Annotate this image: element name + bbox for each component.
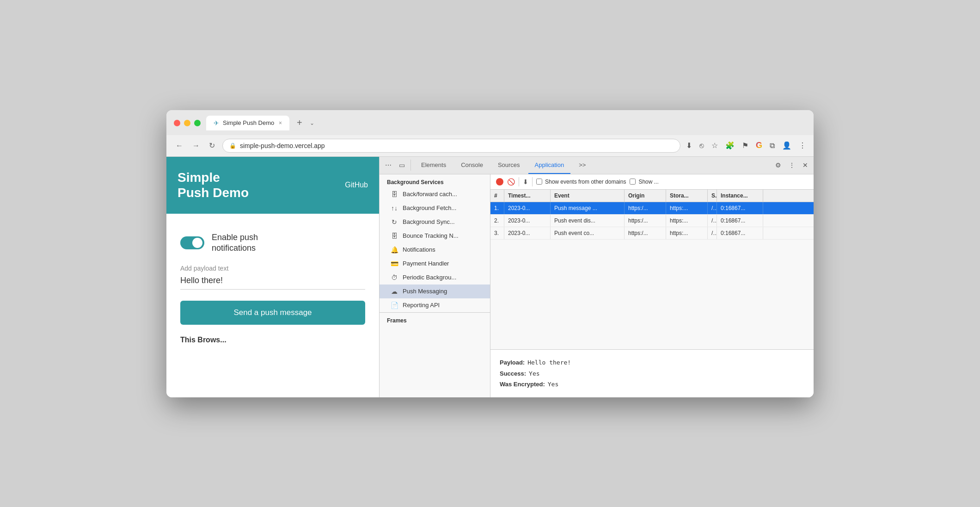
- table-row[interactable]: 3. 2023-0... Push event co... https:/...…: [490, 227, 814, 240]
- devtools-menu-icon[interactable]: ⋮: [787, 160, 797, 171]
- sidebar-item-background-fetch[interactable]: ↑↓ Background Fetch...: [380, 201, 490, 215]
- share-icon[interactable]: ⎋: [699, 142, 704, 150]
- periodic-background-icon: ⏱: [391, 274, 398, 281]
- sidebar-item-label-bounce-tracking: Bounce Tracking N...: [403, 232, 459, 239]
- header-storage: Stora...: [666, 190, 708, 202]
- clear-button[interactable]: 🚫: [507, 178, 515, 185]
- bookmark-icon[interactable]: ☆: [711, 141, 718, 150]
- tabs-row: ✈ Simple Push Demo × + ⌄: [206, 116, 314, 130]
- show-other-checkbox[interactable]: [630, 179, 636, 185]
- tab-more[interactable]: >>: [572, 157, 592, 174]
- header-timestamp: Timest...: [504, 190, 551, 202]
- extensions-icon[interactable]: 🧩: [725, 141, 735, 150]
- minimize-button[interactable]: [184, 120, 190, 126]
- site-body: Enable push notifications Add payload te…: [166, 214, 379, 397]
- reporting-api-icon: 📄: [391, 302, 398, 309]
- cell-num: 2.: [490, 215, 504, 227]
- cell-origin: https:/...: [625, 202, 666, 214]
- sidebar-item-label-background-sync: Background Sync...: [403, 218, 455, 225]
- sidebar-item-back-forward[interactable]: 🗄 Back/forward cach...: [380, 187, 490, 201]
- toggle-label-line1: Enable push: [212, 232, 258, 243]
- tab-dropdown-icon[interactable]: ⌄: [310, 120, 314, 126]
- record-button[interactable]: [496, 178, 503, 185]
- cell-storage: https:...: [666, 215, 708, 227]
- show-events-checkbox-row[interactable]: Show events from other domains: [536, 179, 626, 185]
- payload-detail-row: Payload: Hello there!: [500, 357, 804, 368]
- success-detail-value: Yes: [529, 368, 539, 379]
- browser-tab[interactable]: ✈ Simple Push Demo ×: [206, 116, 289, 130]
- split-icon[interactable]: ⧉: [770, 142, 775, 150]
- devtools-icons-left: ⋯ ▭: [383, 160, 411, 171]
- cell-storage: https:...: [666, 227, 708, 239]
- sidebar-item-bounce-tracking[interactable]: 🗄 Bounce Tracking N...: [380, 229, 490, 243]
- toggle-label: Enable push notifications: [212, 232, 258, 254]
- cell-slash: /: [708, 215, 717, 227]
- sidebar-item-label-payment-handler: Payment Handler: [403, 260, 449, 267]
- address-bar-input[interactable]: 🔒 simple-push-demo.vercel.app: [222, 139, 680, 153]
- sidebar-item-label-push-messaging: Push Messaging: [403, 288, 447, 295]
- show-events-checkbox[interactable]: [536, 179, 542, 185]
- account-icon[interactable]: 👤: [782, 141, 791, 150]
- header-s: S...: [708, 190, 717, 202]
- tab-application[interactable]: Application: [528, 157, 571, 174]
- download-icon[interactable]: ⬇: [686, 141, 692, 150]
- sidebar-item-periodic-background[interactable]: ⏱ Periodic Backgrou...: [380, 271, 490, 284]
- menu-icon[interactable]: ⋮: [799, 141, 806, 150]
- cell-timestamp: 2023-0...: [504, 227, 551, 239]
- send-push-button[interactable]: Send a push message: [180, 301, 365, 325]
- back-button[interactable]: ←: [174, 140, 185, 152]
- sidebar-item-notifications[interactable]: 🔔 Notifications: [380, 243, 490, 257]
- forward-button[interactable]: →: [190, 140, 202, 152]
- sidebar-item-reporting-api[interactable]: 📄 Reporting API: [380, 298, 490, 312]
- tab-title: Simple Push Demo: [223, 119, 274, 126]
- cell-instance: 0:16867...: [717, 215, 763, 227]
- lock-icon: 🔒: [229, 142, 236, 149]
- google-icon: G: [756, 141, 762, 150]
- background-fetch-icon: ↑↓: [391, 204, 398, 212]
- cell-slash: /: [708, 227, 717, 239]
- device-icon[interactable]: ▭: [397, 160, 407, 171]
- sidebar-item-label-back-forward: Back/forward cach...: [403, 191, 457, 198]
- address-text: simple-push-demo.vercel.app: [240, 142, 674, 149]
- sidebar-item-label-reporting-api: Reporting API: [403, 302, 440, 309]
- close-button[interactable]: [174, 120, 180, 126]
- header-origin: Origin: [625, 190, 666, 202]
- payload-label: Add payload text: [180, 265, 365, 272]
- sidebar-item-label-periodic-background: Periodic Backgrou...: [403, 274, 456, 281]
- download-button[interactable]: ⬇: [523, 178, 528, 185]
- tab-sources[interactable]: Sources: [491, 157, 527, 174]
- tab-elements[interactable]: Elements: [415, 157, 453, 174]
- table-row[interactable]: 1. 2023-0... Push message ... https:/...…: [490, 202, 814, 215]
- maximize-button[interactable]: [194, 120, 201, 126]
- cell-slash: /: [708, 202, 717, 214]
- cell-origin: https:/...: [625, 227, 666, 239]
- show-events-label: Show events from other domains: [545, 179, 626, 185]
- tab-console[interactable]: Console: [454, 157, 490, 174]
- cell-event: Push event dis...: [551, 215, 625, 227]
- header-instance: Instance...: [717, 190, 763, 202]
- sidebar-item-push-messaging[interactable]: ☁ Push Messaging: [380, 284, 490, 298]
- notifications-icon: 🔔: [391, 246, 398, 254]
- tab-close-button[interactable]: ×: [279, 120, 282, 126]
- encrypted-detail-row: Was Encrypted: Yes: [500, 379, 804, 390]
- table-row[interactable]: 2. 2023-0... Push event dis... https:/..…: [490, 215, 814, 227]
- site-header: Simple Push Demo GitHub: [166, 157, 379, 214]
- inspect-icon[interactable]: ⋯: [383, 160, 393, 171]
- header-event: Event: [551, 190, 625, 202]
- payload-section: Add payload text: [180, 265, 365, 290]
- sidebar-item-payment-handler[interactable]: 💳 Payment Handler: [380, 257, 490, 271]
- sidebar-item-background-sync[interactable]: ↻ Background Sync...: [380, 215, 490, 229]
- new-tab-button[interactable]: +: [293, 116, 306, 130]
- show-other-checkbox-row[interactable]: Show ...: [630, 179, 658, 185]
- payload-input[interactable]: [180, 276, 365, 290]
- flag-icon[interactable]: ⚑: [742, 141, 748, 150]
- cell-instance: 0:16867...: [717, 202, 763, 214]
- settings-icon[interactable]: ⚙: [773, 160, 783, 171]
- push-notifications-toggle[interactable]: [180, 236, 204, 249]
- cell-storage: https:...: [666, 202, 708, 214]
- push-messaging-icon: ☁: [391, 288, 398, 295]
- devtools-close-icon[interactable]: ✕: [801, 160, 810, 171]
- browser-toolbar-icons: ⬇ ⎋ ☆ 🧩 ⚑ G ⧉ 👤 ⋮: [686, 141, 806, 150]
- refresh-button[interactable]: ↻: [207, 139, 217, 152]
- github-link[interactable]: GitHub: [345, 181, 368, 189]
